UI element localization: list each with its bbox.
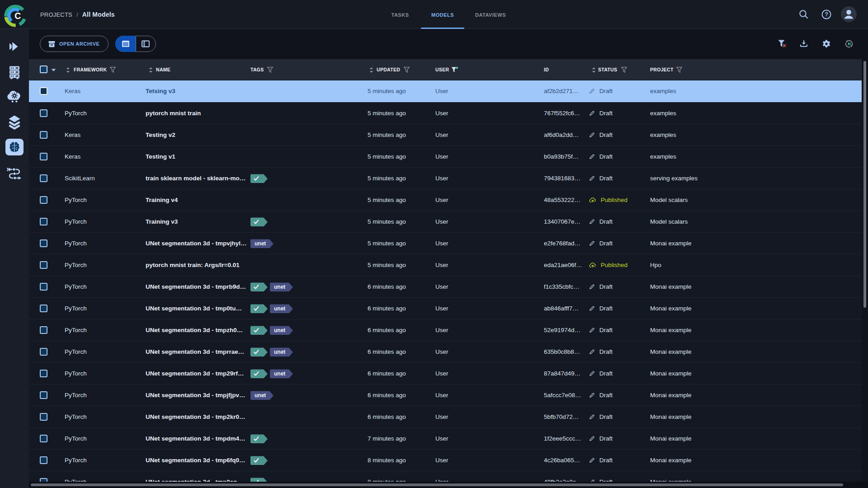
svg-text:C: C [14,11,21,21]
svg-text:?: ? [825,11,828,18]
